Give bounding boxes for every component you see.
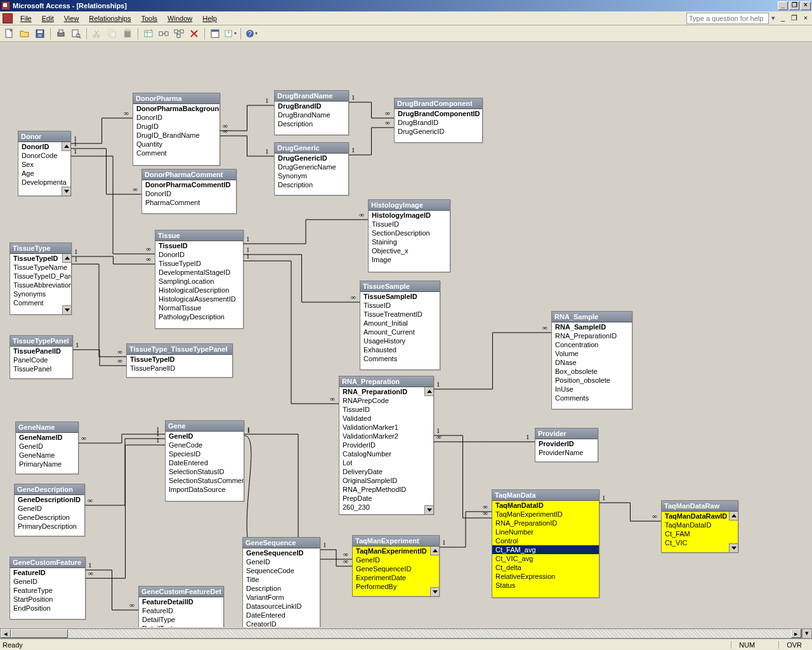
svg-rect-15 — [124, 30, 131, 37]
database-window-button[interactable] — [208, 27, 222, 41]
svg-rect-16 — [126, 29, 129, 31]
svg-rect-3 — [38, 34, 42, 37]
new-object-button[interactable]: *▾ — [223, 27, 237, 41]
open-button[interactable] — [18, 27, 32, 41]
mdi-document-icon — [3, 13, 13, 23]
show-direct-button[interactable] — [157, 27, 171, 41]
save-button[interactable] — [33, 27, 47, 41]
minimize-button[interactable]: _ — [778, 1, 788, 10]
svg-rect-22 — [165, 32, 168, 36]
delete-button[interactable] — [187, 27, 201, 41]
svg-text:?: ? — [248, 30, 252, 37]
toolbar: + *▾ ?▾ — [0, 25, 812, 42]
menu-help[interactable]: Help — [197, 13, 222, 23]
paste-button — [121, 27, 134, 41]
mdi-restore-button[interactable]: ❐ — [789, 14, 799, 23]
close-button[interactable]: × — [801, 1, 811, 10]
svg-text:+: + — [150, 29, 153, 33]
show-all-button[interactable] — [172, 27, 186, 41]
svg-rect-21 — [159, 32, 162, 36]
svg-rect-14 — [110, 32, 115, 37]
help-search-input[interactable] — [686, 13, 769, 24]
svg-rect-26 — [177, 34, 180, 37]
svg-text:*: * — [227, 30, 230, 37]
mdi-minimize-button[interactable]: _ — [778, 14, 788, 23]
menu-file[interactable]: File — [15, 13, 37, 23]
show-table-button[interactable]: + — [141, 27, 155, 41]
access-icon — [1, 1, 10, 10]
maximize-button[interactable]: ❐ — [789, 1, 799, 10]
svg-rect-32 — [211, 30, 219, 32]
svg-rect-2 — [37, 30, 43, 33]
svg-line-8 — [79, 37, 81, 38]
help-dropdown-icon[interactable]: ▾ — [770, 14, 776, 22]
menu-edit[interactable]: Edit — [37, 13, 59, 23]
svg-rect-5 — [59, 30, 63, 33]
window-title: Microsoft Access - [Relationships] — [13, 2, 127, 10]
print-preview-button[interactable] — [69, 27, 83, 41]
svg-rect-25 — [180, 30, 183, 33]
menu-bar: File Edit View Relationships Tools Windo… — [0, 11, 812, 25]
menu-relationships[interactable]: Relationships — [84, 13, 136, 23]
menu-window[interactable]: Window — [162, 13, 197, 23]
svg-rect-6 — [72, 30, 78, 37]
title-bar: Microsoft Access - [Relationships] _ ❐ × — [0, 0, 812, 11]
help-button[interactable]: ?▾ — [244, 27, 258, 41]
copy-button — [105, 27, 119, 41]
menu-view[interactable]: View — [59, 13, 84, 23]
new-button[interactable] — [3, 27, 16, 41]
print-button[interactable] — [54, 27, 68, 41]
svg-rect-24 — [174, 30, 178, 33]
menu-tools[interactable]: Tools — [136, 13, 162, 23]
mdi-close-button[interactable]: × — [801, 14, 811, 23]
cut-button — [90, 27, 104, 41]
